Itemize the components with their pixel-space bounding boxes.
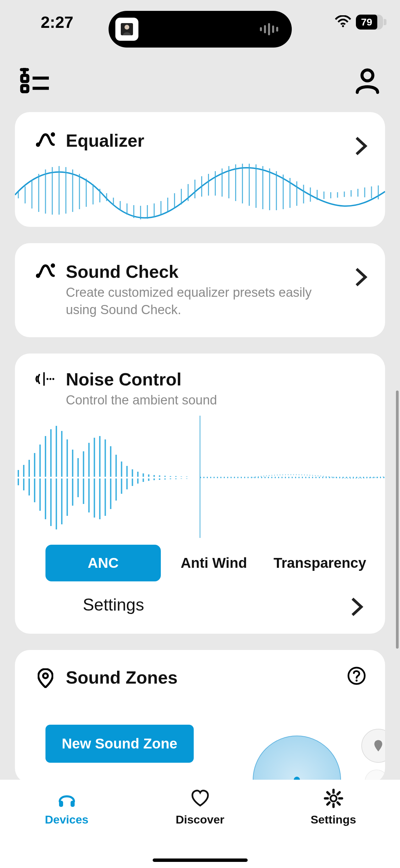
- sound-check-card[interactable]: Sound Check Create customized equalizer …: [15, 243, 385, 337]
- noise-control-card: Noise Control Control the ambient sound: [15, 354, 385, 634]
- svg-rect-6: [22, 86, 28, 92]
- svg-rect-101: [94, 478, 95, 518]
- status-right: 79: [335, 15, 383, 30]
- svg-rect-125: [159, 478, 160, 480]
- svg-rect-102: [99, 436, 100, 477]
- svg-rect-104: [104, 439, 106, 477]
- svg-line-148: [327, 792, 329, 794]
- svg-rect-113: [126, 478, 128, 489]
- noise-settings-label: Settings: [83, 595, 144, 615]
- svg-rect-97: [83, 478, 84, 504]
- svg-rect-132: [180, 476, 182, 477]
- svg-rect-115: [132, 478, 133, 486]
- mode-anc-button[interactable]: ANC: [45, 545, 161, 581]
- svg-rect-128: [170, 476, 171, 477]
- svg-rect-111: [121, 478, 122, 494]
- devices-list-button[interactable]: [19, 68, 51, 98]
- tab-devices[interactable]: Devices: [0, 789, 133, 868]
- svg-rect-110: [121, 462, 122, 477]
- help-button[interactable]: [347, 666, 366, 685]
- svg-rect-94: [77, 458, 79, 477]
- svg-rect-95: [77, 478, 79, 497]
- svg-rect-100: [94, 438, 95, 477]
- svg-rect-92: [72, 450, 73, 477]
- sound-check-icon: [35, 263, 56, 278]
- svg-rect-109: [115, 478, 117, 501]
- svg-rect-98: [88, 443, 90, 477]
- svg-point-71: [53, 378, 54, 380]
- svg-rect-114: [132, 469, 133, 477]
- svg-point-69: [46, 378, 48, 380]
- svg-rect-87: [56, 478, 57, 529]
- svg-rect-135: [186, 478, 187, 479]
- svg-point-143: [330, 795, 337, 801]
- svg-rect-84: [50, 429, 52, 477]
- chevron-right-icon: [354, 136, 369, 158]
- tab-settings[interactable]: Settings: [267, 789, 400, 868]
- svg-rect-106: [110, 446, 111, 477]
- svg-rect-80: [39, 445, 41, 477]
- battery-indicator: 79: [356, 15, 383, 30]
- wifi-icon: [335, 15, 351, 29]
- svg-rect-76: [28, 460, 30, 477]
- svg-rect-77: [28, 478, 30, 495]
- dynamic-island[interactable]: [109, 11, 292, 48]
- svg-point-140: [356, 680, 358, 682]
- svg-point-66: [36, 274, 40, 278]
- profile-button[interactable]: [354, 68, 381, 98]
- equalizer-waveform: [15, 158, 385, 225]
- now-playing-art: [115, 18, 138, 41]
- svg-rect-88: [61, 431, 62, 477]
- svg-rect-78: [34, 453, 35, 477]
- mode-anti-wind-button[interactable]: Anti Wind: [161, 545, 267, 581]
- svg-rect-103: [99, 478, 100, 519]
- sound-check-title: Sound Check: [66, 261, 365, 282]
- headphones-icon: [57, 789, 77, 808]
- svg-rect-83: [45, 478, 46, 519]
- noise-control-title: Noise Control: [66, 369, 365, 390]
- new-sound-zone-button[interactable]: New Sound Zone: [45, 725, 194, 763]
- svg-rect-141: [59, 801, 63, 807]
- svg-rect-120: [148, 474, 149, 477]
- svg-rect-121: [148, 478, 149, 481]
- home-indicator[interactable]: [153, 858, 248, 862]
- noise-control-graph: [15, 412, 385, 541]
- chevron-right-icon: [350, 597, 365, 618]
- svg-line-151: [327, 802, 329, 804]
- mode-transparency-button[interactable]: Transparency: [267, 545, 373, 581]
- svg-rect-81: [39, 478, 41, 511]
- svg-rect-142: [71, 801, 75, 807]
- gear-icon: [324, 789, 343, 808]
- svg-rect-130: [175, 476, 176, 477]
- svg-point-9: [362, 70, 373, 81]
- svg-rect-127: [164, 478, 166, 480]
- status-time: 2:27: [41, 13, 73, 32]
- equalizer-icon: [35, 132, 56, 147]
- content-scroll[interactable]: Equalizer Sound Ch: [0, 112, 400, 780]
- tab-discover[interactable]: Discover: [133, 789, 267, 868]
- svg-rect-129: [170, 478, 171, 479]
- svg-point-2: [342, 25, 344, 27]
- svg-point-70: [50, 378, 51, 380]
- sound-check-subtitle: Create customized equalizer presets easi…: [66, 284, 344, 319]
- equalizer-card[interactable]: Equalizer: [15, 112, 385, 227]
- noise-control-icon: [35, 370, 56, 387]
- svg-rect-123: [153, 478, 155, 480]
- svg-rect-119: [142, 478, 144, 482]
- svg-rect-82: [45, 436, 46, 477]
- svg-rect-73: [18, 478, 19, 485]
- chevron-right-icon: [354, 267, 369, 289]
- svg-rect-112: [126, 466, 128, 477]
- svg-rect-72: [18, 470, 19, 477]
- svg-rect-93: [72, 478, 73, 506]
- svg-rect-131: [175, 478, 176, 479]
- noise-mode-selector: ANC Anti Wind Transparency: [15, 545, 385, 581]
- tab-devices-label: Devices: [45, 813, 89, 826]
- svg-rect-90: [66, 439, 68, 477]
- svg-rect-124: [159, 475, 160, 477]
- svg-rect-5: [22, 75, 28, 82]
- tab-settings-label: Settings: [310, 813, 356, 826]
- svg-rect-105: [104, 478, 106, 516]
- svg-rect-89: [61, 478, 62, 524]
- noise-settings-row[interactable]: Settings: [15, 581, 385, 634]
